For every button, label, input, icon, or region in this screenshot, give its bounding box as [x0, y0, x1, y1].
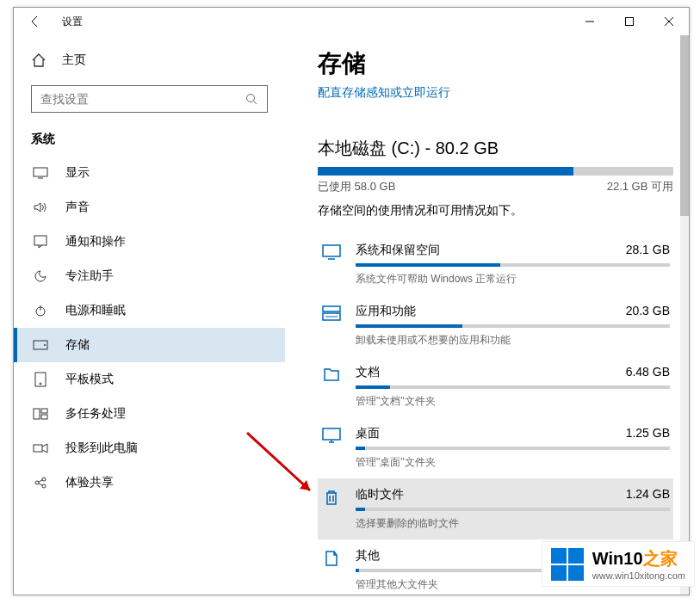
sidebar-item-power[interactable]: 电源和睡眠: [14, 293, 285, 328]
category-bar: [356, 385, 670, 389]
home-button[interactable]: 主页: [14, 47, 285, 73]
svg-point-21: [42, 484, 46, 488]
sidebar-item-label: 平板模式: [65, 372, 114, 387]
trash-icon: [321, 487, 342, 531]
scroll-thumb[interactable]: [680, 35, 689, 216]
category-name: 桌面: [356, 426, 380, 441]
maximize-button[interactable]: [610, 9, 649, 34]
category-size: 28.1 GB: [626, 243, 670, 256]
window-title: 设置: [62, 15, 83, 29]
sidebar-item-label: 多任务处理: [65, 406, 126, 422]
minimize-button[interactable]: [570, 9, 610, 34]
power-icon: [33, 303, 48, 318]
sidebar-item-label: 显示: [65, 165, 90, 181]
apps-icon: [321, 304, 342, 348]
settings-window: 设置 主页 系统 显示 声音: [13, 7, 690, 595]
content-area: 主页 系统 显示 声音 通知和操作 专注助手: [14, 35, 689, 595]
svg-point-20: [42, 478, 46, 481]
sidebar-item-focus[interactable]: 专注助手: [14, 259, 285, 293]
disk-desc: 存储空间的使用情况和可用情况如下。: [318, 203, 673, 219]
category-size: 20.3 GB: [626, 304, 670, 317]
category-size: 1.25 GB: [626, 426, 670, 440]
category-desc: 卸载未使用或不想要的应用和功能: [356, 333, 670, 348]
category-bar: [356, 263, 670, 267]
search-icon: [245, 92, 258, 106]
sidebar-item-notifications[interactable]: 通知和操作: [14, 225, 285, 259]
sidebar-item-label: 存储: [65, 337, 90, 353]
sidebar-item-tablet[interactable]: 平板模式: [14, 362, 285, 397]
svg-rect-22: [323, 245, 340, 256]
category-temp[interactable]: 临时文件1.24 GB 选择要删除的临时文件: [318, 478, 673, 539]
sidebar-item-project[interactable]: 投影到此电脑: [14, 431, 285, 465]
category-name: 文档: [356, 365, 380, 380]
sidebar-item-multitask[interactable]: 多任务处理: [14, 397, 285, 431]
sidebar-item-label: 投影到此电脑: [65, 441, 138, 456]
category-bar-fill: [356, 263, 500, 267]
category-apps[interactable]: 应用和功能20.3 GB 卸载未使用或不想要的应用和功能: [318, 295, 673, 356]
section-label: 系统: [14, 128, 285, 156]
sidebar-item-sound[interactable]: 声音: [14, 190, 285, 225]
category-desc: 管理"桌面"文件夹: [356, 455, 670, 470]
project-icon: [33, 441, 48, 456]
svg-rect-1: [626, 18, 634, 26]
main-panel: 存储 配直存储感知或立即运行 本地磁盘 (C:) - 80.2 GB 已使用 5…: [285, 35, 689, 595]
titlebar: 设置: [14, 8, 689, 35]
svg-point-14: [40, 383, 41, 385]
sidebar-item-storage[interactable]: 存储: [14, 328, 285, 362]
disk-used-label: 已使用 58.0 GB: [318, 179, 395, 194]
category-bar-fill: [356, 508, 365, 511]
category-bar-fill: [356, 324, 462, 328]
close-button[interactable]: [649, 9, 689, 34]
category-name: 系统和保留空间: [356, 243, 440, 258]
svg-rect-27: [323, 428, 340, 440]
category-documents[interactable]: 文档6.48 GB 管理"文档"文件夹: [318, 356, 673, 417]
scrollbar[interactable]: [680, 35, 689, 595]
sidebar-item-label: 电源和睡眠: [65, 303, 126, 318]
search-box[interactable]: [31, 85, 268, 113]
display-icon: [33, 165, 48, 181]
category-bar: [356, 447, 670, 450]
svg-point-19: [35, 481, 39, 484]
disk-usage-bar: [318, 167, 673, 176]
sidebar-item-share[interactable]: 体验共享: [14, 465, 285, 500]
multitask-icon: [33, 406, 48, 422]
sound-icon: [33, 200, 48, 215]
svg-point-12: [44, 344, 46, 346]
category-name: 应用和功能: [356, 304, 416, 319]
category-name: 其他: [356, 548, 380, 564]
category-desc: 选择要删除的临时文件: [356, 516, 670, 531]
logo-url: www.win10xitong.com: [592, 570, 685, 581]
category-bar-fill: [356, 447, 365, 450]
svg-rect-17: [41, 415, 47, 419]
svg-rect-24: [323, 306, 340, 311]
desktop-icon: [321, 426, 342, 470]
share-icon: [33, 475, 48, 490]
svg-rect-8: [34, 236, 46, 245]
svg-rect-6: [34, 168, 47, 176]
tablet-icon: [33, 372, 48, 387]
home-label: 主页: [62, 52, 86, 68]
category-desc: 管理"文档"文件夹: [356, 394, 670, 409]
category-bar: [356, 508, 670, 511]
sidebar: 主页 系统 显示 声音 通知和操作 专注助手: [14, 35, 285, 595]
category-size: 6.48 GB: [626, 365, 670, 379]
config-link[interactable]: 配直存储感知或立即运行: [318, 85, 673, 101]
sidebar-item-display[interactable]: 显示: [14, 156, 285, 190]
focus-icon: [33, 268, 48, 284]
other-icon: [321, 548, 342, 592]
category-desktop[interactable]: 桌面1.25 GB 管理"桌面"文件夹: [318, 417, 673, 478]
sidebar-item-label: 体验共享: [65, 475, 114, 490]
category-bar: [356, 324, 670, 328]
back-button[interactable]: [22, 9, 48, 34]
disk-usage-fill: [318, 167, 573, 176]
category-desc: 系统文件可帮助 Windows 正常运行: [356, 272, 670, 287]
watermark-logo: Win10之家 www.win10xitong.com: [542, 541, 695, 587]
windows-logo-icon: [551, 548, 584, 581]
search-input[interactable]: [40, 92, 245, 106]
sidebar-item-label: 通知和操作: [65, 234, 126, 250]
page-title: 存储: [318, 47, 673, 80]
category-system[interactable]: 系统和保留空间28.1 GB 系统文件可帮助 Windows 正常运行: [318, 234, 673, 295]
home-icon: [31, 52, 46, 68]
category-size: 1.24 GB: [626, 487, 670, 501]
system-icon: [321, 243, 342, 287]
